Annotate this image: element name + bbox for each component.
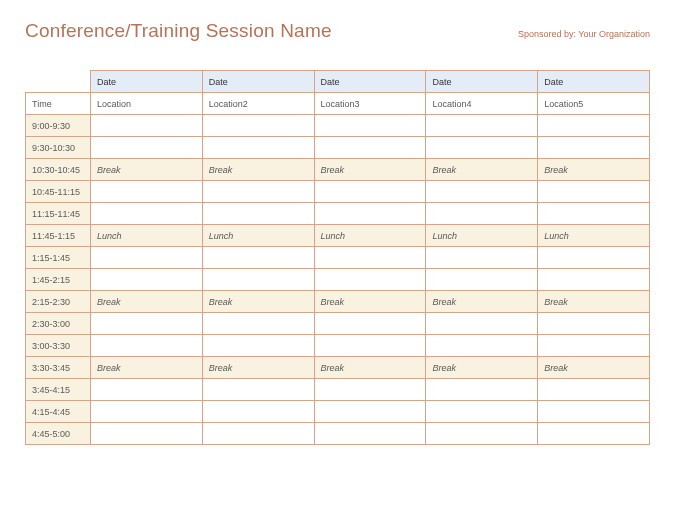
time-cell: 10:45-11:15 — [26, 181, 91, 203]
time-cell: 9:00-9:30 — [26, 115, 91, 137]
time-cell: 2:30-3:00 — [26, 313, 91, 335]
session-cell — [91, 115, 203, 137]
session-cell — [314, 203, 426, 225]
time-cell: 3:30-3:45 — [26, 357, 91, 379]
table-row: 11:45-1:15LunchLunchLunchLunchLunch — [26, 225, 650, 247]
time-label: Time — [26, 93, 91, 115]
session-cell — [91, 181, 203, 203]
table-row: 9:30-10:30 — [26, 137, 650, 159]
session-cell — [91, 379, 203, 401]
table-row: 4:15-4:45 — [26, 401, 650, 423]
corner-cell — [26, 71, 91, 93]
time-cell: 1:15-1:45 — [26, 247, 91, 269]
time-cell: 11:15-11:45 — [26, 203, 91, 225]
session-cell — [538, 313, 650, 335]
session-cell: Break — [91, 291, 203, 313]
session-cell — [538, 203, 650, 225]
session-cell — [202, 181, 314, 203]
session-cell — [426, 423, 538, 445]
table-row: 4:45-5:00 — [26, 423, 650, 445]
session-cell — [202, 137, 314, 159]
time-cell: 10:30-10:45 — [26, 159, 91, 181]
session-cell — [91, 269, 203, 291]
session-cell — [538, 115, 650, 137]
date-header: Date — [426, 71, 538, 93]
table-row: 2:30-3:00 — [26, 313, 650, 335]
session-cell: Lunch — [314, 225, 426, 247]
table-row: 10:45-11:15 — [26, 181, 650, 203]
session-cell — [91, 137, 203, 159]
session-cell — [202, 203, 314, 225]
session-cell — [202, 423, 314, 445]
session-cell: Break — [538, 357, 650, 379]
session-cell — [202, 269, 314, 291]
session-cell — [91, 401, 203, 423]
session-cell: Break — [426, 291, 538, 313]
session-cell — [314, 269, 426, 291]
time-cell: 4:15-4:45 — [26, 401, 91, 423]
session-cell — [538, 181, 650, 203]
table-row: 3:45-4:15 — [26, 379, 650, 401]
session-cell — [314, 115, 426, 137]
session-cell — [91, 313, 203, 335]
session-cell: Break — [426, 357, 538, 379]
location-header: Location4 — [426, 93, 538, 115]
location-header: Location — [91, 93, 203, 115]
table-row: 1:45-2:15 — [26, 269, 650, 291]
session-cell — [314, 423, 426, 445]
session-cell: Break — [91, 357, 203, 379]
session-cell — [426, 313, 538, 335]
session-cell — [538, 423, 650, 445]
session-cell — [202, 401, 314, 423]
table-row: 3:00-3:30 — [26, 335, 650, 357]
session-cell: Break — [314, 357, 426, 379]
session-cell: Break — [202, 291, 314, 313]
session-cell — [91, 423, 203, 445]
session-cell: Break — [202, 357, 314, 379]
time-cell: 3:45-4:15 — [26, 379, 91, 401]
time-cell: 3:00-3:30 — [26, 335, 91, 357]
table-row: 1:15-1:45 — [26, 247, 650, 269]
session-cell — [202, 247, 314, 269]
session-cell: Break — [314, 159, 426, 181]
session-cell — [202, 313, 314, 335]
table-row: 11:15-11:45 — [26, 203, 650, 225]
session-cell — [426, 181, 538, 203]
session-cell — [314, 401, 426, 423]
session-cell — [538, 269, 650, 291]
schedule-table: Date Date Date Date Date Time Location L… — [25, 70, 650, 445]
session-cell — [538, 137, 650, 159]
time-cell: 4:45-5:00 — [26, 423, 91, 445]
session-cell: Break — [202, 159, 314, 181]
session-cell — [538, 335, 650, 357]
sponsor-text: Sponsored by: Your Organization — [518, 29, 650, 39]
time-cell: 11:45-1:15 — [26, 225, 91, 247]
session-cell: Break — [538, 159, 650, 181]
session-cell — [202, 335, 314, 357]
session-cell — [426, 379, 538, 401]
session-cell — [426, 203, 538, 225]
session-cell — [538, 247, 650, 269]
session-cell: Lunch — [426, 225, 538, 247]
date-header: Date — [538, 71, 650, 93]
table-row: 3:30-3:45BreakBreakBreakBreakBreak — [26, 357, 650, 379]
session-cell — [202, 115, 314, 137]
table-row: 2:15-2:30BreakBreakBreakBreakBreak — [26, 291, 650, 313]
time-cell: 1:45-2:15 — [26, 269, 91, 291]
session-cell — [91, 247, 203, 269]
location-header-row: Time Location Location2 Location3 Locati… — [26, 93, 650, 115]
session-cell — [91, 203, 203, 225]
session-cell — [426, 269, 538, 291]
session-cell — [202, 379, 314, 401]
location-header: Location5 — [538, 93, 650, 115]
location-header: Location3 — [314, 93, 426, 115]
session-cell: Lunch — [91, 225, 203, 247]
session-cell — [314, 247, 426, 269]
session-cell — [426, 137, 538, 159]
table-row: 10:30-10:45BreakBreakBreakBreakBreak — [26, 159, 650, 181]
date-header-row: Date Date Date Date Date — [26, 71, 650, 93]
date-header: Date — [202, 71, 314, 93]
session-cell: Lunch — [538, 225, 650, 247]
session-cell: Lunch — [202, 225, 314, 247]
session-cell — [314, 181, 426, 203]
